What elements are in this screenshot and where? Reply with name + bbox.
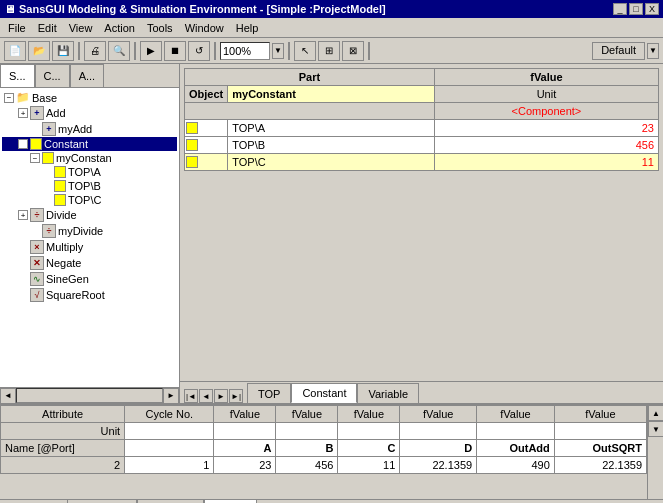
table-row: TOP\A 23 [185, 120, 659, 137]
title-text: 🖥 SansGUI Modeling & Simulation Environm… [4, 3, 386, 15]
tab-top[interactable]: TOP [247, 383, 291, 403]
title-bar: 🖥 SansGUI Modeling & Simulation Environm… [0, 0, 663, 18]
bottom-panel: Attribute Cycle No. fValue fValue fValue… [0, 404, 663, 503]
scroll-track[interactable] [16, 388, 163, 403]
btab-message[interactable]: Message [137, 499, 204, 503]
const-icon-constant [30, 138, 42, 150]
sep4 [288, 42, 290, 60]
menu-help[interactable]: Help [230, 20, 265, 36]
row-icon-c [186, 156, 198, 168]
object-label-header: Object [185, 86, 228, 103]
tab-first-btn[interactable]: |◄ [184, 389, 198, 403]
scroll-left-btn[interactable]: ◄ [0, 388, 16, 404]
tab-variable[interactable]: Variable [357, 383, 419, 403]
new-btn[interactable]: 📄 [4, 41, 26, 61]
default-btn[interactable]: Default [592, 42, 645, 60]
zoom-dropdown-btn[interactable]: ▼ [272, 43, 284, 59]
btab-operation[interactable]: Operation [67, 499, 137, 503]
close-btn[interactable]: X [645, 3, 659, 15]
cycle-no: 1 [125, 457, 214, 474]
expand-base[interactable]: − [4, 93, 14, 103]
bottom-table-area: Attribute Cycle No. fValue fValue fValue… [0, 405, 647, 499]
expand-add[interactable]: + [18, 108, 28, 118]
row-num: 2 [1, 457, 125, 474]
fvalue1-col-header: fValue [214, 406, 276, 423]
col-a-label: A [214, 440, 276, 457]
print-btn[interactable]: 🖨 [84, 41, 106, 61]
tree-item-base[interactable]: − 📁 Base [2, 90, 177, 105]
val-outsqrt: 22.1359 [554, 457, 646, 474]
tree-item-topc[interactable]: TOP\C [2, 193, 177, 207]
maximize-btn[interactable]: □ [629, 3, 643, 15]
tree-item-myconstan[interactable]: − myConstan [2, 151, 177, 165]
val-outadd: 490 [477, 457, 555, 474]
name-attr: Name [@Port] [1, 440, 125, 457]
tab-last-btn[interactable]: ►| [229, 389, 243, 403]
tool-btn1[interactable]: ⊠ [342, 41, 364, 61]
tree-item-squareroot[interactable]: √ SquareRoot [2, 287, 177, 303]
part-col-header: Part [185, 69, 435, 86]
menu-action[interactable]: Action [98, 20, 141, 36]
expand-constant[interactable]: − [18, 139, 28, 149]
sine-icon: ∿ [30, 272, 44, 286]
tree-item-constant[interactable]: − Constant [2, 137, 177, 151]
run-btn[interactable]: ▶ [140, 41, 162, 61]
right-panel-tab-bar: |◄ ◄ ► ►| TOP Constant Variable [180, 381, 663, 403]
sep1 [78, 42, 80, 60]
const-icon-myconstan [42, 152, 54, 164]
scroll-right-btn[interactable]: ► [163, 388, 179, 404]
cycle-col-header: Cycle No. [125, 406, 214, 423]
tree-item-topa[interactable]: TOP\A [2, 165, 177, 179]
select-btn[interactable]: ⊞ [318, 41, 340, 61]
refresh-btn[interactable]: ↺ [188, 41, 210, 61]
scroll-down-btn[interactable]: ▼ [648, 421, 663, 437]
open-btn[interactable]: 📂 [28, 41, 50, 61]
expand-myconstan[interactable]: − [30, 153, 40, 163]
left-tab-a[interactable]: A... [70, 64, 105, 87]
const-icon-topc [54, 194, 66, 206]
menu-bar: File Edit View Action Tools Window Help [0, 18, 663, 38]
tree-h-scrollbar[interactable]: ◄ ► [0, 387, 179, 403]
preview-btn[interactable]: 🔍 [108, 41, 130, 61]
val-d: 22.1359 [400, 457, 477, 474]
minimize-btn[interactable]: _ [613, 3, 627, 15]
default-dropdown-btn[interactable]: ▼ [647, 43, 659, 59]
col-outadd-label: OutAdd [477, 440, 555, 457]
save-btn[interactable]: 💾 [52, 41, 74, 61]
bottom-v-scrollbar[interactable]: ▲ ▼ [647, 405, 663, 499]
fvalue6-col-header: fValue [554, 406, 646, 423]
tree-item-add[interactable]: + + Add [2, 105, 177, 121]
tree-item-negate[interactable]: ✕ Negate [2, 255, 177, 271]
expand-divide[interactable]: + [18, 210, 28, 220]
col-outsqrt-label: OutSQRT [554, 440, 646, 457]
data-table: Part fValue Object myConstant Unit <Comp… [184, 68, 659, 171]
tree-item-divide[interactable]: + ÷ Divide [2, 207, 177, 223]
tree-item-multiply[interactable]: × Multiply [2, 239, 177, 255]
tab-prev-btn[interactable]: ◄ [199, 389, 213, 403]
part-b: TOP\B [228, 137, 435, 154]
tab-constant[interactable]: Constant [291, 383, 357, 403]
left-tab-c[interactable]: C... [35, 64, 70, 87]
stop-btn[interactable]: ⏹ [164, 41, 186, 61]
table-row: TOP\C 11 [185, 154, 659, 171]
object-value: myConstant [228, 86, 435, 103]
tree-item-topb[interactable]: TOP\B [2, 179, 177, 193]
btab-result[interactable]: Result [204, 499, 257, 503]
tree-item-sinegen[interactable]: ∿ SineGen [2, 271, 177, 287]
menu-window[interactable]: Window [179, 20, 230, 36]
menu-view[interactable]: View [63, 20, 99, 36]
menu-tools[interactable]: Tools [141, 20, 179, 36]
menu-file[interactable]: File [2, 20, 32, 36]
tree-item-myadd[interactable]: + myAdd [2, 121, 177, 137]
menu-edit[interactable]: Edit [32, 20, 63, 36]
value-b: 456 [434, 137, 658, 154]
tree-item-mydivide[interactable]: ÷ myDivide [2, 223, 177, 239]
col-b-label: B [276, 440, 338, 457]
tab-next-btn[interactable]: ► [214, 389, 228, 403]
tree-area[interactable]: − 📁 Base + + Add + myAdd − Constant [0, 88, 179, 387]
scroll-up-btn[interactable]: ▲ [648, 405, 663, 421]
col-d-label: D [400, 440, 477, 457]
cursor-btn[interactable]: ↖ [294, 41, 316, 61]
sep2 [134, 42, 136, 60]
left-tab-s[interactable]: S... [0, 64, 35, 87]
